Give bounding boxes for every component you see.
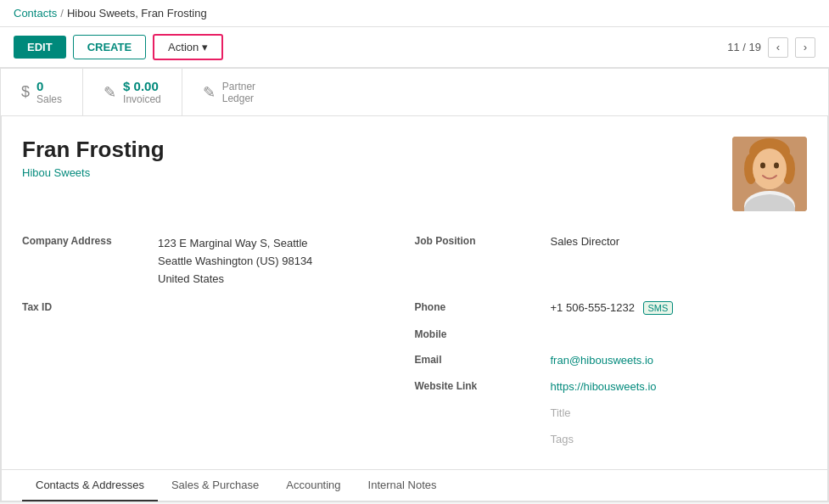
tab-internal-notes[interactable]: Internal Notes bbox=[355, 470, 451, 501]
mobile-value bbox=[551, 325, 808, 332]
title-label bbox=[415, 403, 551, 410]
tab-sales-purchase[interactable]: Sales & Purchase bbox=[158, 470, 272, 501]
website-label: Website Link bbox=[415, 377, 551, 395]
fields-section: Company Address 123 E Marginal Way S, Se… bbox=[22, 232, 807, 449]
blank-value-5 bbox=[158, 429, 415, 436]
blank-value-3 bbox=[158, 377, 415, 384]
company-address-value: 123 E Marginal Way S, Seattle Seattle Wa… bbox=[158, 232, 415, 291]
tax-id-value bbox=[158, 298, 415, 305]
email-label: Email bbox=[415, 350, 551, 369]
breadcrumb-separator: / bbox=[60, 7, 64, 20]
company-link[interactable]: Hibou Sweets bbox=[22, 166, 90, 179]
tab-contacts-label: Contacts & Addresses bbox=[36, 479, 144, 491]
invoiced-label: Invoiced bbox=[123, 93, 161, 105]
stats-invoiced-text: $ 0.00 Invoiced bbox=[123, 79, 161, 105]
address-line1: 123 E Marginal Way S, Seattle bbox=[158, 237, 308, 249]
action-label: Action bbox=[168, 41, 199, 53]
partner-ledger-label: Partner bbox=[222, 81, 255, 92]
stats-partner-ledger[interactable]: ✎ Partner Ledger bbox=[182, 69, 276, 115]
partner-ledger-sublabel: Ledger bbox=[222, 92, 255, 104]
sms-badge[interactable]: SMS bbox=[643, 301, 674, 315]
pagination: 11 / 19 ‹ › bbox=[727, 37, 815, 58]
svg-point-5 bbox=[753, 148, 787, 189]
sales-value: 0 bbox=[36, 79, 62, 93]
stats-sales[interactable]: $ 0 Sales bbox=[1, 69, 82, 115]
stats-ledger-text: Partner Ledger bbox=[222, 81, 255, 104]
tax-id-label: Tax ID bbox=[22, 298, 158, 316]
tab-contacts-addresses[interactable]: Contacts & Addresses bbox=[22, 470, 158, 501]
tab-accounting[interactable]: Accounting bbox=[272, 470, 354, 501]
contact-name-section: Fran Frosting Hibou Sweets bbox=[22, 137, 165, 179]
phone-label: Phone bbox=[415, 298, 551, 316]
pagination-next[interactable]: › bbox=[795, 37, 815, 58]
svg-point-6 bbox=[760, 163, 765, 169]
content-card: $ 0 Sales ✎ $ 0.00 Invoiced ✎ Partner Le… bbox=[0, 68, 829, 502]
contact-name: Fran Frosting bbox=[22, 137, 165, 163]
tabs-bar: Contacts & Addresses Sales & Purchase Ac… bbox=[2, 469, 827, 501]
stats-sales-text: 0 Sales bbox=[36, 79, 62, 105]
breadcrumb-current: Hibou Sweets, Fran Frosting bbox=[67, 7, 207, 20]
breadcrumb-parent[interactable]: Contacts bbox=[14, 7, 57, 20]
tags-placeholder[interactable]: Tags bbox=[551, 429, 808, 449]
edit-icon: ✎ bbox=[104, 83, 116, 102]
page-wrapper: Contacts / Hibou Sweets, Fran Frosting E… bbox=[0, 0, 829, 504]
stats-invoiced[interactable]: ✎ $ 0.00 Invoiced bbox=[82, 69, 182, 115]
blank-value-4 bbox=[158, 403, 415, 410]
title-placeholder[interactable]: Title bbox=[551, 403, 808, 423]
blank-label-1 bbox=[22, 325, 158, 332]
mobile-label: Mobile bbox=[415, 325, 551, 344]
main-content: Fran Frosting Hibou Sweets bbox=[1, 116, 828, 501]
address-line2: Seattle Washington (US) 98134 bbox=[158, 255, 312, 267]
blank-label-3 bbox=[22, 377, 158, 384]
tab-sales-label: Sales & Purchase bbox=[171, 479, 259, 491]
toolbar: EDIT CREATE Action ▾ 11 / 19 ‹ › bbox=[0, 27, 829, 68]
create-button[interactable]: CREATE bbox=[73, 35, 146, 59]
website-value[interactable]: https://hibousweets.io bbox=[551, 377, 808, 396]
address-line3: United States bbox=[158, 272, 224, 285]
phone-link[interactable]: +1 506-555-1232 bbox=[551, 301, 635, 314]
company-address-label: Company Address bbox=[22, 232, 158, 250]
svg-point-7 bbox=[774, 163, 779, 169]
invoiced-value: $ 0.00 bbox=[123, 79, 161, 93]
edit-button[interactable]: EDIT bbox=[14, 36, 66, 59]
blank-label-5 bbox=[22, 429, 158, 436]
job-position-label: Job Position bbox=[415, 232, 551, 250]
tab-accounting-label: Accounting bbox=[286, 479, 340, 491]
blank-label-2 bbox=[22, 350, 158, 357]
action-button[interactable]: Action ▾ bbox=[153, 34, 223, 60]
job-position-value: Sales Director bbox=[551, 232, 808, 251]
avatar bbox=[732, 137, 807, 211]
phone-value: +1 506-555-1232 SMS bbox=[551, 298, 808, 318]
tab-internal-notes-label: Internal Notes bbox=[368, 479, 437, 491]
blank-label-4 bbox=[22, 403, 158, 410]
contact-header: Fran Frosting Hibou Sweets bbox=[22, 137, 807, 211]
pagination-prev[interactable]: ‹ bbox=[768, 37, 788, 58]
sales-label: Sales bbox=[36, 93, 62, 105]
ledger-icon: ✎ bbox=[203, 83, 216, 102]
tags-label bbox=[415, 429, 551, 436]
breadcrumb: Contacts / Hibou Sweets, Fran Frosting bbox=[0, 0, 829, 27]
blank-value-2 bbox=[158, 350, 415, 357]
email-value[interactable]: fran@hibousweets.io bbox=[551, 350, 808, 370]
blank-value-1 bbox=[158, 325, 415, 332]
pagination-text: 11 / 19 bbox=[727, 41, 761, 53]
action-dropdown-icon: ▾ bbox=[202, 41, 208, 53]
dollar-icon: $ bbox=[21, 83, 30, 101]
stats-bar: $ 0 Sales ✎ $ 0.00 Invoiced ✎ Partner Le… bbox=[1, 69, 828, 116]
